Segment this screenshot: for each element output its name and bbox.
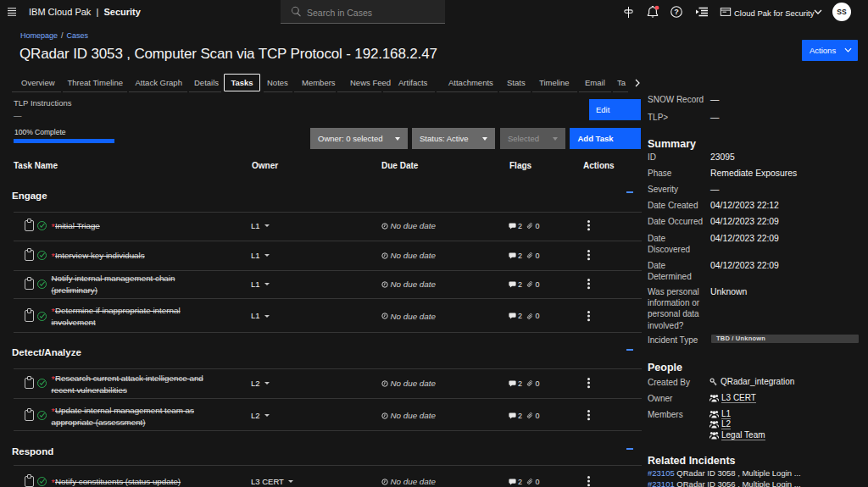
svg-text:?: ? xyxy=(674,8,679,16)
